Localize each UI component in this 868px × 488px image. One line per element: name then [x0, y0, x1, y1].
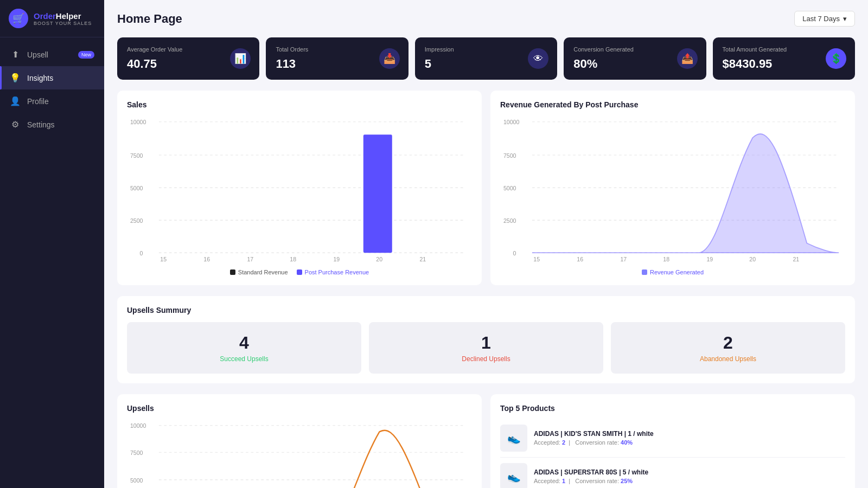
stat-card-avg-order: Average Order Value 40.75 📊 — [117, 37, 259, 80]
product-item-1: 👟 ADIDAS | SUPERSTAR 80S | 5 / white Acc… — [500, 458, 845, 488]
stat-card-orders: Total Orders 113 📥 — [266, 37, 408, 80]
sidebar: 🛒 OrderHelper BOOST YOUR SALES ⬆ Upsell … — [0, 0, 104, 488]
svg-text:7500: 7500 — [130, 450, 143, 456]
legend-standard-dot — [230, 269, 235, 275]
page-title: Home Page — [117, 12, 182, 26]
abandoned-upsells-value: 2 — [622, 333, 834, 353]
svg-text:7500: 7500 — [503, 152, 516, 159]
succeed-upsells-label: Succeed Upsells — [138, 355, 350, 363]
product-name-1: ADIDAS | SUPERSTAR 80S | 5 / white — [534, 468, 845, 476]
svg-text:19: 19 — [706, 256, 713, 262]
sales-chart-title: Sales — [127, 100, 472, 109]
declined-upsells-label: Declined Upsells — [380, 355, 592, 363]
stat-label-conversion: Conversion Generated — [573, 46, 696, 53]
avg-order-icon: 📊 — [230, 48, 251, 69]
legend-standard-label: Standard Revenue — [238, 269, 288, 275]
sidebar-item-profile-label: Profile — [27, 97, 49, 106]
succeed-upsells-value: 4 — [138, 333, 350, 353]
stat-label-impression: Impression — [425, 46, 547, 53]
products-list: 👟 ADIDAS | KID'S STAN SMITH | 1 / white … — [500, 419, 845, 488]
sales-bar — [363, 134, 392, 253]
product-info-0: ADIDAS | KID'S STAN SMITH | 1 / white Ac… — [534, 430, 845, 446]
stat-card-impression: Impression 5 👁 — [415, 37, 557, 80]
sidebar-item-upsell-label: Upsell — [27, 50, 48, 59]
svg-text:10000: 10000 — [503, 119, 520, 125]
logo-tagline: BOOST YOUR SALES — [34, 21, 92, 26]
chevron-down-icon: ▾ — [843, 15, 847, 23]
svg-text:21: 21 — [419, 256, 426, 262]
svg-text:5000: 5000 — [130, 477, 143, 483]
svg-text:17: 17 — [620, 256, 627, 262]
declined-upsells-value: 1 — [380, 333, 592, 353]
impression-icon: 👁 — [528, 48, 548, 69]
sidebar-item-insights[interactable]: 💡 Insights — [0, 66, 104, 89]
legend-revenue: Revenue Generated — [642, 269, 704, 275]
svg-text:20: 20 — [376, 256, 382, 262]
sidebar-item-upsell[interactable]: ⬆ Upsell New — [0, 43, 104, 66]
svg-text:5000: 5000 — [130, 185, 143, 191]
product-info-1: ADIDAS | SUPERSTAR 80S | 5 / white Accep… — [534, 468, 845, 484]
bottom-row: Upsells 10000 7500 5000 2500 0 15 — [117, 394, 855, 488]
logo-name-part1: Order — [34, 11, 56, 21]
legend-standard: Standard Revenue — [230, 269, 288, 275]
revenue-chart-title: Revenue Generated By Post Purchase — [500, 100, 845, 109]
sales-chart-area: 10000 7500 5000 2500 0 15 16 17 18 19 20… — [127, 115, 472, 265]
revenue-chart-svg: 10000 7500 5000 2500 0 15 16 17 18 19 20… — [500, 115, 845, 262]
svg-text:18: 18 — [290, 256, 296, 262]
svg-text:19: 19 — [333, 256, 340, 262]
sales-legend: Standard Revenue Post Purchase Revenue — [127, 269, 472, 275]
svg-text:20: 20 — [749, 256, 756, 262]
legend-post-purchase: Post Purchase Revenue — [297, 269, 369, 275]
page-header: Home Page Last 7 Days ▾ — [117, 11, 855, 27]
product-thumb-1: 👟 — [500, 463, 527, 488]
svg-text:7500: 7500 — [130, 152, 143, 159]
svg-text:0: 0 — [140, 250, 143, 256]
svg-text:2500: 2500 — [503, 217, 516, 224]
upsells-chart-area: 10000 7500 5000 2500 0 15 16 17 18 19 20… — [127, 419, 472, 488]
sidebar-item-settings[interactable]: ⚙ Settings — [0, 113, 104, 136]
product-accepted-0: 2 — [562, 439, 565, 446]
svg-text:10000: 10000 — [130, 119, 146, 125]
upsell-icon: ⬆ — [10, 49, 21, 60]
sales-chart-card: Sales 10000 7500 5000 2500 — [117, 91, 482, 285]
svg-text:15: 15 — [533, 256, 540, 262]
stat-label-orders: Total Orders — [276, 46, 398, 53]
settings-icon: ⚙ — [10, 119, 21, 130]
product-item-0: 👟 ADIDAS | KID'S STAN SMITH | 1 / white … — [500, 419, 845, 458]
insights-icon: 💡 — [10, 73, 21, 83]
stat-label-avg: Average Order Value — [127, 46, 250, 53]
charts-row: Sales 10000 7500 5000 2500 — [117, 91, 855, 285]
stat-card-total-amount: Total Amount Generated $8430.95 💲 — [713, 37, 855, 80]
stat-cards-container: Average Order Value 40.75 📊 Total Orders… — [117, 37, 855, 80]
product-meta-1: Accepted: 1 | Conversion rate: 25% — [534, 478, 845, 484]
upsells-line — [159, 431, 465, 488]
main-content: Home Page Last 7 Days ▾ Average Order Va… — [104, 0, 868, 488]
legend-post-purchase-label: Post Purchase Revenue — [305, 269, 369, 275]
product-name-0: ADIDAS | KID'S STAN SMITH | 1 / white — [534, 430, 845, 438]
svg-text:21: 21 — [793, 256, 799, 262]
svg-text:15: 15 — [160, 256, 167, 262]
sidebar-item-profile[interactable]: 👤 Profile — [0, 89, 104, 113]
sales-chart-svg: 10000 7500 5000 2500 0 15 16 17 18 19 20… — [127, 115, 472, 262]
top-products-title: Top 5 Products — [500, 404, 845, 413]
conversion-icon: 📤 — [677, 48, 698, 69]
profile-icon: 👤 — [10, 96, 21, 106]
upsells-summary-section: Upsells Summury 4 Succeed Upsells 1 Decl… — [117, 296, 855, 383]
date-filter-button[interactable]: Last 7 Days ▾ — [794, 11, 855, 27]
abandoned-upsells-card: 2 Abandoned Upsells — [611, 322, 845, 374]
sidebar-nav: ⬆ Upsell New 💡 Insights 👤 Profile ⚙ Sett… — [0, 37, 104, 142]
date-filter-label: Last 7 Days — [802, 15, 840, 23]
upsells-chart-title: Upsells — [127, 404, 472, 413]
svg-text:0: 0 — [513, 250, 516, 256]
product-meta-0: Accepted: 2 | Conversion rate: 40% — [534, 439, 845, 446]
top-products-card: Top 5 Products 👟 ADIDAS | KID'S STAN SMI… — [490, 394, 855, 488]
sidebar-item-settings-label: Settings — [27, 120, 55, 129]
product-accepted-1: 1 — [562, 478, 565, 484]
svg-text:5000: 5000 — [503, 185, 516, 191]
svg-text:2500: 2500 — [130, 217, 143, 224]
logo: 🛒 OrderHelper BOOST YOUR SALES — [0, 0, 104, 37]
legend-post-purchase-dot — [297, 269, 302, 275]
svg-text:17: 17 — [247, 256, 253, 262]
abandoned-upsells-label: Abandoned Upsells — [622, 355, 834, 363]
stat-label-total: Total Amount Generated — [723, 46, 845, 53]
